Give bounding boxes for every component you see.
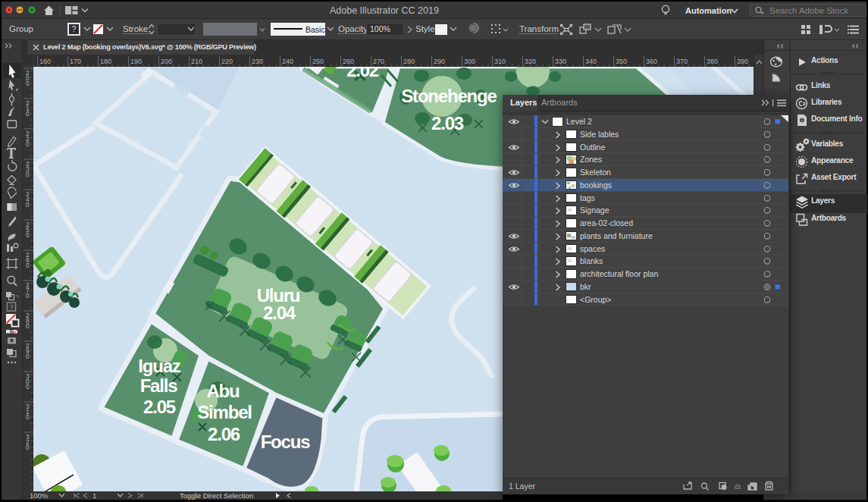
svg-text:0: 0 [26,171,30,178]
svg-text:Iguaz: Iguaz [138,356,181,376]
svg-text:Toggle Direct Selection: Toggle Direct Selection [180,491,253,500]
svg-text:230: 230 [252,58,263,65]
svg-text:0: 0 [26,292,30,300]
svg-text:390: 390 [737,58,748,65]
svg-text:Abu: Abu [206,381,240,401]
svg-text:0: 0 [26,110,30,118]
svg-text:380: 380 [707,58,718,65]
svg-text:0: 0 [26,322,30,330]
svg-text:?: ? [10,303,14,311]
svg-text:180: 180 [100,58,111,65]
svg-text:2.03: 2.03 [431,113,464,133]
svg-text:2.02: 2.02 [346,67,379,80]
svg-text:360: 360 [646,58,657,65]
svg-text:0: 0 [26,262,30,269]
svg-text:0: 0 [26,201,30,209]
svg-text:270: 270 [373,58,384,65]
svg-text:170: 170 [70,58,81,65]
svg-text:1: 1 [92,491,96,500]
svg-text:0: 0 [26,353,30,360]
svg-text:210: 210 [191,58,202,65]
svg-text:0: 0 [26,413,30,421]
svg-text:300: 300 [464,58,475,65]
svg-text:Stonehenge: Stonehenge [401,86,497,106]
svg-text:280: 280 [403,58,415,65]
svg-text:200: 200 [161,58,172,65]
svg-text:190: 190 [130,58,142,65]
svg-text:310: 310 [494,58,506,65]
svg-text:0: 0 [26,231,30,239]
svg-text:220: 220 [221,58,233,65]
svg-text:240: 240 [282,58,293,65]
svg-text:Simbel: Simbel [197,402,252,422]
svg-text:Falls: Falls [140,375,178,396]
svg-text:350: 350 [616,58,627,65]
svg-text:330: 330 [555,58,566,65]
svg-text:0: 0 [26,80,30,87]
svg-text:Focus: Focus [261,431,311,452]
svg-text:250: 250 [312,58,324,65]
svg-text:290: 290 [434,58,445,65]
svg-text:160: 160 [39,58,51,65]
svg-text:0: 0 [26,140,30,148]
svg-text:370: 370 [676,58,688,65]
svg-text:340: 340 [585,58,597,65]
svg-text:2.06: 2.06 [208,424,240,444]
svg-text:260: 260 [343,58,354,65]
svg-text:2.04: 2.04 [263,303,296,323]
svg-text:0: 0 [26,444,30,451]
svg-text:2.05: 2.05 [143,397,176,417]
svg-text:320: 320 [525,58,536,65]
svg-text:0: 0 [26,383,30,391]
